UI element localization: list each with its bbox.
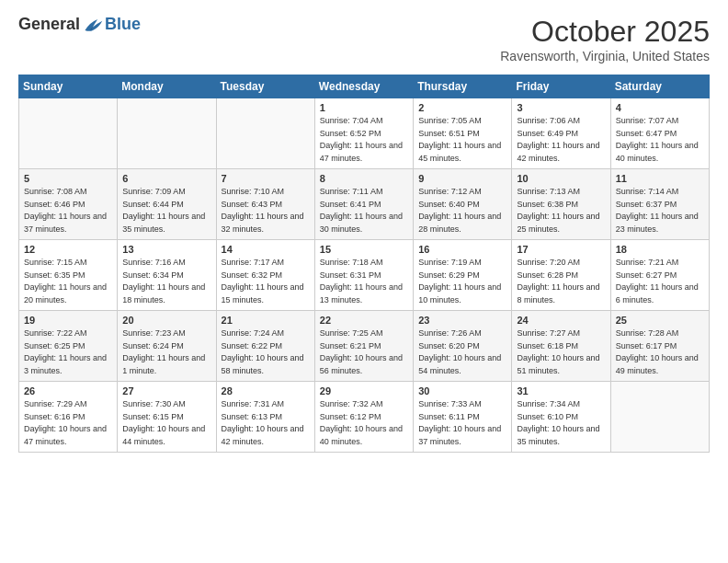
header-thursday: Thursday [414, 75, 512, 98]
sunrise-text: Sunrise: 7:10 AM [222, 187, 285, 196]
day-number: 16 [418, 244, 506, 255]
sunset-text: Sunset: 6:47 PM [616, 129, 677, 138]
daylight-text: Daylight: 11 hours and 18 minutes. [122, 282, 205, 304]
sunrise-text: Sunrise: 7:29 AM [24, 399, 87, 408]
day-info: Sunrise: 7:10 AM Sunset: 6:43 PM Dayligh… [222, 186, 310, 236]
sunset-text: Sunset: 6:40 PM [418, 200, 480, 209]
daylight-text: Daylight: 10 hours and 54 minutes. [418, 353, 501, 375]
day-info: Sunrise: 7:09 AM Sunset: 6:44 PM Dayligh… [122, 186, 210, 236]
day-number: 5 [24, 173, 112, 184]
sunrise-text: Sunrise: 7:16 AM [122, 258, 186, 267]
daylight-text: Daylight: 11 hours and 3 minutes. [24, 353, 107, 375]
calendar-cell: 26 Sunrise: 7:29 AM Sunset: 6:16 PM Dayl… [19, 382, 118, 453]
calendar-cell: 2 Sunrise: 7:05 AM Sunset: 6:51 PM Dayli… [414, 98, 512, 169]
sunset-text: Sunset: 6:28 PM [517, 270, 578, 280]
sunset-text: Sunset: 6:31 PM [320, 270, 381, 280]
calendar-cell: 13 Sunrise: 7:16 AM Sunset: 6:34 PM Dayl… [118, 240, 216, 311]
day-number: 29 [320, 385, 408, 396]
daylight-text: Daylight: 11 hours and 10 minutes. [418, 282, 501, 304]
daylight-text: Daylight: 10 hours and 49 minutes. [616, 353, 699, 375]
daylight-text: Daylight: 11 hours and 20 minutes. [24, 282, 107, 304]
sunrise-text: Sunrise: 7:14 AM [616, 187, 679, 196]
sunrise-text: Sunrise: 7:26 AM [418, 328, 482, 338]
sunrise-text: Sunrise: 7:08 AM [24, 187, 87, 196]
daylight-text: Daylight: 11 hours and 23 minutes. [616, 212, 699, 234]
calendar-cell: 15 Sunrise: 7:18 AM Sunset: 6:31 PM Dayl… [314, 240, 413, 311]
sunset-text: Sunset: 6:49 PM [517, 129, 578, 138]
sunrise-text: Sunrise: 7:17 AM [222, 258, 285, 267]
day-number: 12 [24, 244, 112, 255]
calendar-cell [118, 98, 216, 169]
sunrise-text: Sunrise: 7:31 AM [222, 399, 285, 408]
day-number: 7 [222, 173, 310, 184]
sunset-text: Sunset: 6:20 PM [418, 341, 480, 350]
calendar-cell: 8 Sunrise: 7:11 AM Sunset: 6:41 PM Dayli… [314, 169, 413, 240]
calendar-cell: 6 Sunrise: 7:09 AM Sunset: 6:44 PM Dayli… [118, 169, 216, 240]
day-number: 31 [517, 385, 605, 396]
day-number: 1 [320, 102, 408, 113]
sunset-text: Sunset: 6:12 PM [320, 412, 381, 421]
day-number: 27 [122, 385, 210, 396]
day-number: 24 [517, 315, 605, 326]
calendar-cell: 19 Sunrise: 7:22 AM Sunset: 6:25 PM Dayl… [19, 311, 118, 382]
day-info: Sunrise: 7:04 AM Sunset: 6:52 PM Dayligh… [320, 115, 408, 165]
sunset-text: Sunset: 6:11 PM [418, 412, 480, 421]
header-friday: Friday [512, 75, 610, 98]
sunset-text: Sunset: 6:16 PM [24, 412, 85, 421]
sunrise-text: Sunrise: 7:23 AM [122, 328, 186, 338]
sunrise-text: Sunrise: 7:27 AM [517, 328, 580, 338]
calendar-table: Sunday Monday Tuesday Wednesday Thursday… [18, 75, 710, 453]
day-number: 2 [418, 102, 506, 113]
calendar-page: General Blue October 2025 Ravensworth, V… [0, 0, 728, 467]
calendar-header-row: Sunday Monday Tuesday Wednesday Thursday… [19, 75, 710, 98]
sunset-text: Sunset: 6:27 PM [616, 270, 677, 280]
sunset-text: Sunset: 6:44 PM [122, 200, 184, 209]
calendar-cell [216, 98, 314, 169]
sunrise-text: Sunrise: 7:32 AM [320, 399, 383, 408]
calendar-cell: 16 Sunrise: 7:19 AM Sunset: 6:29 PM Dayl… [414, 240, 512, 311]
day-number: 14 [222, 244, 310, 255]
day-number: 4 [616, 102, 704, 113]
calendar-cell: 27 Sunrise: 7:30 AM Sunset: 6:15 PM Dayl… [118, 382, 216, 453]
day-number: 6 [122, 173, 210, 184]
sunrise-text: Sunrise: 7:07 AM [616, 116, 679, 125]
sunset-text: Sunset: 6:52 PM [320, 129, 381, 138]
calendar-cell: 11 Sunrise: 7:14 AM Sunset: 6:37 PM Dayl… [610, 169, 709, 240]
day-info: Sunrise: 7:18 AM Sunset: 6:31 PM Dayligh… [320, 257, 408, 306]
day-number: 9 [418, 173, 506, 184]
day-info: Sunrise: 7:14 AM Sunset: 6:37 PM Dayligh… [616, 186, 704, 236]
calendar-cell: 17 Sunrise: 7:20 AM Sunset: 6:28 PM Dayl… [512, 240, 610, 311]
day-info: Sunrise: 7:32 AM Sunset: 6:12 PM Dayligh… [320, 398, 408, 448]
daylight-text: Daylight: 11 hours and 8 minutes. [517, 282, 599, 304]
logo: General Blue [18, 15, 141, 34]
day-info: Sunrise: 7:12 AM Sunset: 6:40 PM Dayligh… [418, 186, 506, 236]
day-number: 28 [222, 385, 310, 396]
day-info: Sunrise: 7:19 AM Sunset: 6:29 PM Dayligh… [418, 257, 506, 306]
sunrise-text: Sunrise: 7:09 AM [122, 187, 186, 196]
sunset-text: Sunset: 6:13 PM [222, 412, 283, 421]
sunset-text: Sunset: 6:43 PM [222, 200, 283, 209]
daylight-text: Daylight: 10 hours and 42 minutes. [222, 424, 304, 446]
day-info: Sunrise: 7:24 AM Sunset: 6:22 PM Dayligh… [222, 327, 310, 377]
calendar-week-row: 19 Sunrise: 7:22 AM Sunset: 6:25 PM Dayl… [19, 311, 710, 382]
daylight-text: Daylight: 10 hours and 51 minutes. [517, 353, 599, 375]
sunrise-text: Sunrise: 7:11 AM [320, 187, 383, 196]
sunset-text: Sunset: 6:22 PM [222, 341, 283, 350]
sunrise-text: Sunrise: 7:04 AM [320, 116, 383, 125]
day-number: 22 [320, 315, 408, 326]
location: Ravensworth, Virginia, United States [500, 49, 710, 63]
day-info: Sunrise: 7:07 AM Sunset: 6:47 PM Dayligh… [616, 115, 704, 165]
calendar-cell: 23 Sunrise: 7:26 AM Sunset: 6:20 PM Dayl… [414, 311, 512, 382]
calendar-cell: 3 Sunrise: 7:06 AM Sunset: 6:49 PM Dayli… [512, 98, 610, 169]
sunrise-text: Sunrise: 7:22 AM [24, 328, 87, 338]
calendar-cell [19, 98, 118, 169]
daylight-text: Daylight: 11 hours and 25 minutes. [517, 212, 599, 234]
day-number: 11 [616, 173, 704, 184]
sunrise-text: Sunrise: 7:06 AM [517, 116, 580, 125]
sunset-text: Sunset: 6:18 PM [517, 341, 578, 350]
sunset-text: Sunset: 6:21 PM [320, 341, 381, 350]
sunset-text: Sunset: 6:35 PM [24, 270, 85, 280]
day-number: 23 [418, 315, 506, 326]
day-info: Sunrise: 7:22 AM Sunset: 6:25 PM Dayligh… [24, 327, 112, 377]
calendar-cell: 20 Sunrise: 7:23 AM Sunset: 6:24 PM Dayl… [118, 311, 216, 382]
